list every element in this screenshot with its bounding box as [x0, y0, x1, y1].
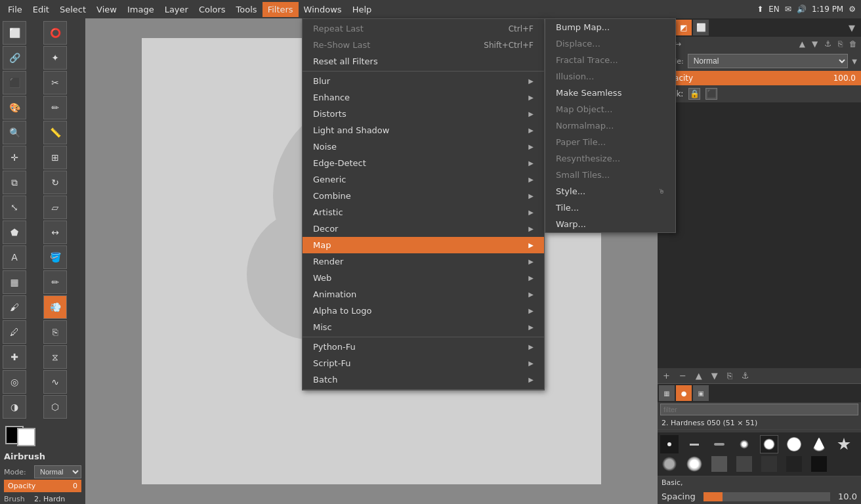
menu-image[interactable]: Image: [122, 2, 159, 17]
tool-clone[interactable]: ⎘: [43, 320, 67, 344]
brush-cell-7[interactable]: [810, 435, 828, 453]
brush-filter-input[interactable]: [660, 404, 858, 415]
tool-align[interactable]: ⊞: [43, 146, 67, 169]
brush-cell-3[interactable]: [710, 435, 728, 453]
map-make-seamless[interactable]: Make Seamless: [545, 85, 675, 101]
filter-decor[interactable]: Decor ▶: [303, 220, 544, 237]
brush-tab-gradients[interactable]: ▣: [693, 385, 709, 401]
history-duplicate-icon[interactable]: ⎘: [835, 38, 845, 50]
filter-alpha-logo[interactable]: Alpha to Logo ▶: [303, 303, 544, 319]
tool-measure[interactable]: 📏: [43, 121, 67, 144]
filter-blur[interactable]: Blur ▶: [303, 73, 544, 89]
brush-cell-4[interactable]: [735, 435, 753, 453]
layer-mode-select[interactable]: Normal: [688, 54, 849, 68]
tool-perspective-clone[interactable]: ⧖: [43, 345, 67, 369]
lock-alpha-btn[interactable]: ⬛: [705, 88, 717, 100]
menu-filters[interactable]: Filters: [262, 2, 299, 17]
filter-reset-all[interactable]: Reset all Filters: [303, 53, 544, 70]
menu-edit[interactable]: Edit: [28, 2, 54, 17]
mode-down-icon[interactable]: ▼: [852, 58, 857, 65]
layer-remove-btn[interactable]: −: [675, 369, 690, 382]
filter-python-fu[interactable]: Python-Fu ▶: [303, 339, 544, 355]
menu-layer[interactable]: Layer: [159, 2, 194, 17]
filter-generic[interactable]: Generic ▶: [303, 171, 544, 188]
menu-select[interactable]: Select: [54, 2, 91, 17]
brush-cell-15[interactable]: [810, 455, 828, 473]
brush-cell-5[interactable]: [760, 435, 778, 453]
tool-heal[interactable]: ✚: [3, 345, 26, 369]
tool-desaturate[interactable]: ⬡: [43, 395, 67, 419]
map-illusion[interactable]: Illusion...: [545, 68, 675, 85]
tool-flip[interactable]: ↔: [43, 220, 67, 244]
map-normalmap[interactable]: Normalmap...: [545, 117, 675, 134]
lock-pixels-btn[interactable]: 🔒: [688, 88, 700, 100]
channels-icon-tab[interactable]: ◩: [676, 20, 692, 35]
brush-cell-13[interactable]: [760, 455, 778, 473]
filter-edge-detect[interactable]: Edge-Detect ▶: [303, 155, 544, 171]
tool-mode-select[interactable]: Normal: [34, 465, 81, 478]
filter-reshow-last[interactable]: Re-Show Last Shift+Ctrl+F: [303, 37, 544, 53]
layer-down-btn[interactable]: ▼: [707, 369, 722, 382]
brush-cell-8[interactable]: [835, 435, 853, 453]
brush-tab-brushes[interactable]: ●: [676, 385, 692, 401]
filter-misc[interactable]: Misc ▶: [303, 319, 544, 335]
map-warp[interactable]: Warp...: [545, 216, 675, 232]
tool-fuzzy-select[interactable]: ✦: [43, 46, 67, 70]
filter-noise[interactable]: Noise ▶: [303, 138, 544, 155]
tool-zoom[interactable]: 🔍: [3, 121, 26, 144]
filter-distorts[interactable]: Distorts ▶: [303, 106, 544, 122]
spacing-slider[interactable]: [704, 492, 830, 501]
map-displace[interactable]: Displace...: [545, 35, 675, 52]
brush-cell-12[interactable]: [735, 455, 753, 473]
tool-pencil[interactable]: ✏: [43, 270, 67, 294]
tool-dodge-burn[interactable]: ◑: [3, 395, 26, 419]
tool-crop[interactable]: ⧉: [3, 171, 26, 194]
layer-duplicate-btn[interactable]: ⎘: [723, 369, 736, 382]
tool-move[interactable]: ✛: [3, 146, 26, 169]
tool-text[interactable]: A: [3, 245, 26, 269]
map-resynthesize[interactable]: Resynthesize...: [545, 150, 675, 167]
tool-color-select[interactable]: ⬛: [3, 71, 26, 94]
filter-enhance[interactable]: Enhance ▶: [303, 89, 544, 106]
brush-cell-2[interactable]: [685, 435, 704, 453]
map-small-tiles[interactable]: Small Tiles...: [545, 167, 675, 183]
paths-icon-tab[interactable]: ⬜: [693, 20, 709, 35]
layer-up-btn[interactable]: ▲: [692, 369, 706, 382]
panel-menu-icon[interactable]: ▼: [844, 20, 860, 35]
filter-light-shadow[interactable]: Light and Shadow ▶: [303, 122, 544, 138]
tool-airbrush[interactable]: 💨: [43, 295, 67, 319]
tool-blend[interactable]: ▦: [3, 270, 26, 294]
tool-ink[interactable]: 🖊: [3, 320, 26, 344]
history-move-up-icon[interactable]: ▲: [797, 38, 808, 50]
history-delete-icon[interactable]: 🗑: [847, 38, 860, 50]
tool-paintbrush[interactable]: 🖌: [3, 295, 26, 319]
tool-perspective[interactable]: ⬟: [3, 220, 26, 244]
tool-bucket-fill[interactable]: 🪣: [43, 245, 67, 269]
tool-lasso[interactable]: 🔗: [3, 46, 26, 70]
filter-web[interactable]: Web ▶: [303, 270, 544, 286]
brush-cell-6[interactable]: [785, 435, 803, 453]
tool-ellipse-select[interactable]: ⭕: [43, 21, 67, 45]
filter-combine[interactable]: Combine ▶: [303, 188, 544, 204]
tool-paths[interactable]: ✏: [43, 96, 67, 119]
tool-rect-select[interactable]: ⬜: [3, 21, 26, 45]
tool-blur-sharpen[interactable]: ◎: [3, 370, 26, 394]
menu-windows[interactable]: Windows: [299, 2, 347, 17]
layer-anchor-btn[interactable]: ⚓: [738, 369, 753, 382]
tool-smudge[interactable]: ∿: [43, 370, 67, 394]
filter-script-fu[interactable]: Script-Fu ▶: [303, 355, 544, 371]
history-move-down-icon[interactable]: ▼: [809, 38, 820, 50]
map-object[interactable]: Map Object...: [545, 101, 675, 117]
filter-artistic[interactable]: Artistic ▶: [303, 204, 544, 220]
brush-cell-14[interactable]: [785, 455, 803, 473]
map-tile[interactable]: Tile...: [545, 200, 675, 216]
map-fractal-trace[interactable]: Fractal Trace...: [545, 52, 675, 68]
brush-tab-patterns[interactable]: ▦: [659, 385, 675, 401]
brush-cell-1[interactable]: [660, 435, 679, 453]
filter-repeat-last[interactable]: Repeat Last Ctrl+F: [303, 20, 544, 37]
menu-tools[interactable]: Tools: [231, 2, 262, 17]
tool-scissors[interactable]: ✂: [43, 71, 67, 94]
layer-add-btn[interactable]: +: [659, 369, 674, 382]
filter-animation[interactable]: Animation ▶: [303, 286, 544, 303]
brush-cell-9[interactable]: [660, 455, 679, 473]
